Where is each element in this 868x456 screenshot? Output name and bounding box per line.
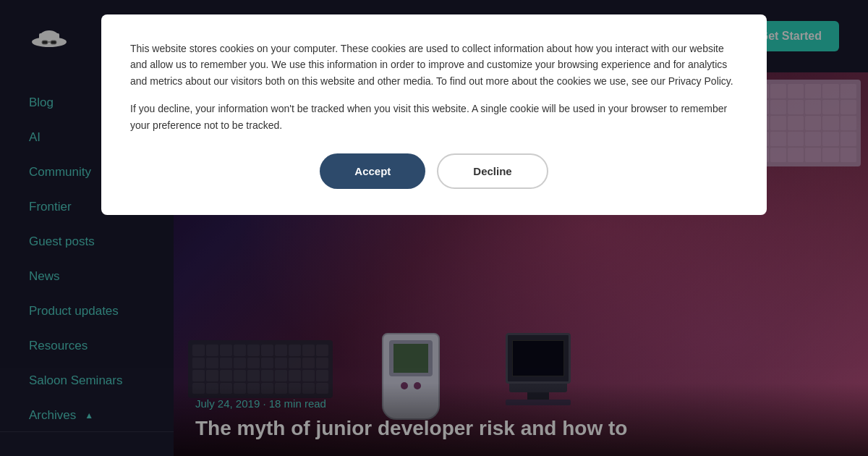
decline-button[interactable]: Decline bbox=[437, 153, 548, 189]
accept-button[interactable]: Accept bbox=[320, 153, 425, 189]
cookie-text-primary: This website stores cookies on your comp… bbox=[130, 41, 738, 89]
cookie-overlay: This website stores cookies on your comp… bbox=[0, 0, 868, 456]
cookie-modal: This website stores cookies on your comp… bbox=[101, 14, 767, 215]
cookie-actions: Accept Decline bbox=[130, 153, 738, 189]
cookie-text-secondary: If you decline, your information won't b… bbox=[130, 101, 738, 133]
